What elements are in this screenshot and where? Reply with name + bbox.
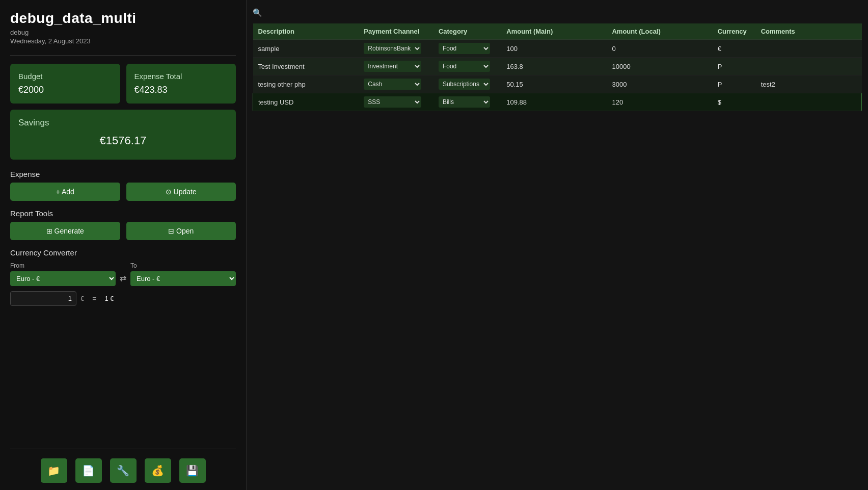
cell-amount-main[interactable] bbox=[501, 40, 607, 58]
payment-channel-select[interactable]: RobinsonsBankInvestmentCashSSS bbox=[364, 43, 421, 54]
cell-currency: $ bbox=[713, 93, 756, 111]
table-row[interactable]: RobinsonsBankInvestmentCashSSSFoodInvest… bbox=[253, 40, 862, 58]
category-select[interactable]: FoodInvestmentSubscriptionsBillsOthers bbox=[439, 43, 490, 54]
budget-value: €2000 bbox=[18, 85, 112, 95]
category-select[interactable]: FoodInvestmentSubscriptionsBillsOthers bbox=[439, 96, 490, 108]
expense-section-label: Expense bbox=[10, 170, 236, 178]
top-divider bbox=[10, 55, 236, 56]
amount-local-input[interactable] bbox=[612, 81, 707, 88]
description-input[interactable] bbox=[258, 98, 354, 106]
expense-table: Description Payment Channel Category Amo… bbox=[253, 23, 862, 111]
cell-category[interactable]: FoodInvestmentSubscriptionsBillsOthers bbox=[433, 75, 501, 93]
amount-local-input[interactable] bbox=[612, 63, 707, 70]
cell-payment-channel[interactable]: RobinsonsBankInvestmentCashSSS bbox=[359, 93, 433, 111]
table-row[interactable]: RobinsonsBankInvestmentCashSSSFoodInvest… bbox=[253, 93, 862, 111]
cell-currency: € bbox=[713, 40, 756, 58]
comments-input[interactable] bbox=[761, 63, 857, 70]
cell-description[interactable] bbox=[253, 75, 359, 93]
from-label: From bbox=[10, 262, 116, 269]
cell-comments[interactable] bbox=[756, 40, 862, 58]
amount-main-input[interactable] bbox=[506, 45, 602, 53]
currency-selects-row: From Euro - € USD - $ PHP - P ⇄ To Euro … bbox=[10, 262, 236, 286]
description-input[interactable] bbox=[258, 45, 354, 53]
expense-total-label: Expense Total bbox=[134, 72, 228, 81]
nav-save-button[interactable]: 💾 bbox=[179, 458, 206, 483]
to-col: To Euro - € USD - $ PHP - P bbox=[130, 262, 236, 286]
col-amount-local: Amount (Local) bbox=[607, 23, 712, 40]
col-comments: Comments bbox=[756, 23, 862, 40]
currency-converter-label: Currency Converter bbox=[10, 248, 236, 257]
category-select[interactable]: FoodInvestmentSubscriptionsBillsOthers bbox=[439, 61, 490, 72]
cell-amount-local[interactable] bbox=[607, 40, 712, 58]
add-button[interactable]: + Add bbox=[10, 183, 120, 201]
cell-amount-main[interactable] bbox=[501, 75, 607, 93]
table-row[interactable]: RobinsonsBankInvestmentCashSSSFoodInvest… bbox=[253, 58, 862, 75]
comments-input[interactable] bbox=[761, 81, 857, 88]
cell-comments[interactable] bbox=[756, 75, 862, 93]
amount-main-input[interactable] bbox=[506, 63, 602, 70]
col-category: Category bbox=[433, 23, 501, 40]
cell-category[interactable]: FoodInvestmentSubscriptionsBillsOthers bbox=[433, 58, 501, 75]
amount-local-input[interactable] bbox=[612, 98, 707, 106]
search-input[interactable] bbox=[265, 9, 367, 17]
savings-card: Savings €1576.17 bbox=[10, 110, 236, 160]
from-col: From Euro - € USD - $ PHP - P bbox=[10, 262, 116, 286]
update-button[interactable]: ⊙ Update bbox=[126, 183, 236, 201]
cell-payment-channel[interactable]: RobinsonsBankInvestmentCashSSS bbox=[359, 58, 433, 75]
converter-input-row: € = 1 € bbox=[10, 291, 236, 306]
cell-category[interactable]: FoodInvestmentSubscriptionsBillsOthers bbox=[433, 93, 501, 111]
open-button[interactable]: ⊟ Open bbox=[126, 222, 236, 240]
app-date: Wednesday, 2 August 2023 bbox=[10, 37, 236, 45]
amount-local-input[interactable] bbox=[612, 45, 707, 53]
report-tools-label: Report Tools bbox=[10, 209, 236, 218]
nav-tools-button[interactable]: 🔧 bbox=[110, 458, 137, 483]
savings-label: Savings bbox=[18, 118, 228, 128]
cell-comments[interactable] bbox=[756, 58, 862, 75]
cell-currency: P bbox=[713, 75, 756, 93]
budget-card: Budget €2000 bbox=[10, 64, 120, 104]
nav-money-button[interactable]: 💰 bbox=[145, 458, 171, 483]
cell-description[interactable] bbox=[253, 93, 359, 111]
cell-amount-local[interactable] bbox=[607, 75, 712, 93]
cell-amount-main[interactable] bbox=[501, 58, 607, 75]
comments-input[interactable] bbox=[761, 45, 857, 53]
to-currency-select[interactable]: Euro - € USD - $ PHP - P bbox=[130, 271, 236, 286]
comments-input[interactable] bbox=[761, 98, 856, 106]
payment-channel-select[interactable]: RobinsonsBankInvestmentCashSSS bbox=[364, 96, 421, 108]
amount-main-input[interactable] bbox=[506, 81, 602, 88]
table-header-row: Description Payment Channel Category Amo… bbox=[253, 23, 862, 40]
cell-description[interactable] bbox=[253, 58, 359, 75]
payment-channel-select[interactable]: RobinsonsBankInvestmentCashSSS bbox=[364, 61, 421, 72]
report-btn-row: ⊞ Generate ⊟ Open bbox=[10, 222, 236, 240]
col-currency: Currency bbox=[713, 23, 756, 40]
description-input[interactable] bbox=[258, 81, 354, 88]
amount-main-input[interactable] bbox=[506, 98, 602, 106]
nav-add-file-button[interactable]: 📄 bbox=[75, 458, 102, 483]
cell-comments[interactable] bbox=[756, 93, 862, 111]
sidebar: debug_data_multi debug Wednesday, 2 Augu… bbox=[0, 0, 247, 490]
payment-channel-select[interactable]: RobinsonsBankInvestmentCashSSS bbox=[364, 79, 421, 90]
app-title: debug_data_multi bbox=[10, 10, 236, 27]
currency-converter-section: Currency Converter From Euro - € USD - $… bbox=[10, 248, 236, 306]
to-label: To bbox=[130, 262, 236, 269]
cell-amount-local[interactable] bbox=[607, 58, 712, 75]
table-row[interactable]: RobinsonsBankInvestmentCashSSSFoodInvest… bbox=[253, 75, 862, 93]
main-panel: 🔍 Description Payment Channel Category A… bbox=[247, 0, 868, 490]
from-currency-select[interactable]: Euro - € USD - $ PHP - P bbox=[10, 271, 116, 286]
cell-payment-channel[interactable]: RobinsonsBankInvestmentCashSSS bbox=[359, 40, 433, 58]
nav-folder-button[interactable]: 📁 bbox=[41, 458, 67, 483]
bottom-nav: 📁 📄 🔧 💰 💾 bbox=[10, 454, 236, 485]
cell-amount-local[interactable] bbox=[607, 93, 712, 111]
converter-from-unit: € bbox=[80, 295, 84, 302]
description-input[interactable] bbox=[258, 63, 354, 70]
cell-category[interactable]: FoodInvestmentSubscriptionsBillsOthers bbox=[433, 40, 501, 58]
cell-amount-main[interactable] bbox=[501, 93, 607, 111]
category-select[interactable]: FoodInvestmentSubscriptionsBillsOthers bbox=[439, 79, 490, 90]
expense-btn-row: + Add ⊙ Update bbox=[10, 183, 236, 201]
col-amount-main: Amount (Main) bbox=[501, 23, 607, 40]
converter-equals: = bbox=[92, 295, 96, 303]
cell-payment-channel[interactable]: RobinsonsBankInvestmentCashSSS bbox=[359, 75, 433, 93]
converter-input[interactable] bbox=[10, 291, 76, 306]
generate-button[interactable]: ⊞ Generate bbox=[10, 222, 120, 240]
cell-description[interactable] bbox=[253, 40, 359, 58]
